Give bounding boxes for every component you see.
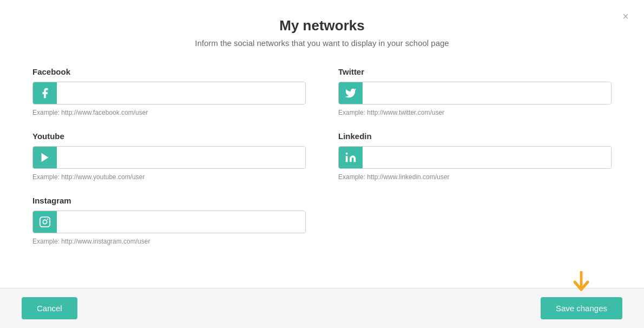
twitter-label: Twitter bbox=[338, 67, 612, 76]
svg-point-2 bbox=[346, 153, 348, 155]
svg-rect-1 bbox=[346, 156, 348, 162]
save-button-wrapper: Save changes bbox=[541, 297, 622, 319]
youtube-input[interactable] bbox=[57, 147, 305, 168]
instagram-group: Instagram Example: http://www.instagram.… bbox=[32, 196, 306, 245]
modal-footer: Cancel Save changes bbox=[0, 288, 644, 328]
modal-dialog: My networks Inform the social networks t… bbox=[0, 0, 644, 328]
cancel-button[interactable]: Cancel bbox=[22, 297, 77, 319]
youtube-input-row bbox=[32, 146, 306, 169]
modal-overlay: My networks Inform the social networks t… bbox=[0, 0, 644, 328]
instagram-icon bbox=[33, 211, 57, 233]
twitter-input-row bbox=[338, 82, 612, 104]
instagram-label: Instagram bbox=[32, 196, 306, 205]
youtube-group: Youtube Example: http://www.youtube.com/… bbox=[32, 132, 306, 181]
facebook-icon bbox=[33, 82, 57, 104]
instagram-example: Example: http://www.instagram.com/user bbox=[32, 238, 306, 245]
modal-body: Facebook Example: http://www.facebook.co… bbox=[0, 54, 644, 288]
facebook-input-row bbox=[32, 82, 306, 104]
facebook-label: Facebook bbox=[32, 67, 306, 76]
arrow-indicator bbox=[571, 271, 591, 296]
modal-title: My networks bbox=[22, 17, 622, 34]
linkedin-label: Linkedin bbox=[338, 132, 612, 141]
twitter-group: Twitter Example: http://www.twitter.com/… bbox=[338, 67, 612, 116]
youtube-label: Youtube bbox=[32, 132, 306, 141]
youtube-example: Example: http://www.youtube.com/user bbox=[32, 173, 306, 181]
close-button[interactable]: × bbox=[622, 11, 629, 22]
save-changes-button[interactable]: Save changes bbox=[541, 297, 622, 319]
modal-subtitle: Inform the social networks that you want… bbox=[22, 38, 622, 48]
linkedin-icon bbox=[339, 147, 363, 168]
youtube-icon bbox=[33, 147, 57, 168]
linkedin-input[interactable] bbox=[363, 147, 611, 168]
svg-marker-0 bbox=[42, 153, 49, 162]
modal-header: My networks Inform the social networks t… bbox=[0, 0, 644, 54]
facebook-example: Example: http://www.facebook.com/user bbox=[32, 109, 306, 116]
twitter-icon bbox=[339, 82, 363, 104]
instagram-input[interactable] bbox=[57, 211, 305, 233]
linkedin-example: Example: http://www.linkedin.com/user bbox=[338, 173, 612, 181]
twitter-example: Example: http://www.twitter.com/user bbox=[338, 109, 612, 116]
linkedin-group: Linkedin Example: http://www.linkedin.co… bbox=[338, 132, 612, 181]
facebook-group: Facebook Example: http://www.facebook.co… bbox=[32, 67, 306, 116]
facebook-input[interactable] bbox=[57, 82, 305, 104]
instagram-input-row bbox=[32, 211, 306, 233]
svg-rect-3 bbox=[40, 217, 50, 227]
linkedin-input-row bbox=[338, 146, 612, 169]
twitter-input[interactable] bbox=[363, 82, 611, 104]
